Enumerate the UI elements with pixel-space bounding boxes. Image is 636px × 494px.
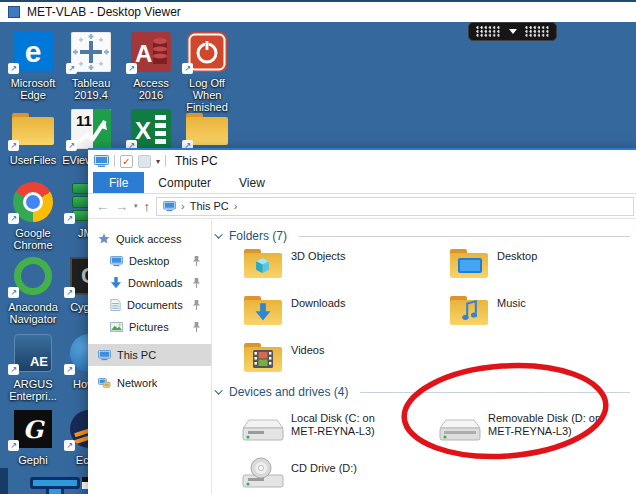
desktop-icon-label: Google Chrome (2, 227, 64, 251)
shortcut-arrow-icon: ↗ (8, 287, 19, 298)
drive-tile-removable-disk[interactable]: Removable Disk (D: on MET-REYNA-L3) (438, 412, 601, 444)
folder-tile-downloads[interactable]: Downloads (241, 294, 345, 326)
recent-locations-dropdown-icon[interactable]: ▾ (134, 202, 138, 210)
properties-check-icon[interactable]: ✓ (120, 155, 133, 168)
forward-button[interactable]: → (115, 199, 128, 214)
network-icon (98, 378, 111, 389)
breadcrumb-chevron-icon[interactable]: › (234, 200, 238, 212)
new-folder-icon[interactable] (138, 155, 151, 168)
desktop-icon-label: ARGUS Enterpri... (2, 378, 64, 402)
desktop-icon-google-chrome[interactable]: ↗ Google Chrome (2, 180, 64, 251)
navigation-pane: Quick access Desktop Downl (88, 220, 212, 494)
desktop-icon-label: UserFiles (2, 154, 64, 166)
monitor-icon (98, 350, 111, 361)
hard-drive-icon (241, 417, 285, 444)
drive-tile-local-disk[interactable]: Local Disk (C: on MET-REYNA-L3) (241, 412, 375, 444)
sidebar-item-pictures[interactable]: Pictures (88, 316, 211, 338)
argus-icon: AE (14, 334, 52, 372)
separator (114, 155, 115, 167)
tab-view[interactable]: View (225, 172, 279, 193)
folder-icon (450, 296, 488, 325)
desktop-icon-tableau[interactable]: ↗ Tableau 2019.4 (60, 30, 122, 101)
desktop-partial-element (0, 468, 8, 494)
shortcut-arrow-icon: ↗ (182, 63, 193, 74)
folder-tile-3d-objects[interactable]: 3D Objects (241, 247, 345, 279)
folder-tile-desktop[interactable]: Desktop (447, 247, 537, 279)
pin-icon (192, 256, 201, 266)
eviews-icon: 11 (71, 109, 111, 149)
folder-icon (244, 296, 282, 325)
desktop-icon-anaconda[interactable]: ↗ Anaconda Navigator (2, 254, 64, 325)
chevron-down-icon (509, 29, 517, 34)
monitor-icon (110, 256, 123, 267)
group-header-folders[interactable]: Folders (7) (217, 229, 630, 243)
folder-tile-music[interactable]: Music (447, 294, 526, 326)
window-title: This PC (175, 154, 218, 168)
desktop-icon-partial-t[interactable] (30, 477, 80, 494)
viewer-app-icon (8, 6, 20, 18)
sidebar-item-documents[interactable]: Documents (88, 294, 211, 316)
group-header-devices[interactable]: Devices and drives (4) (217, 385, 630, 399)
pin-icon (192, 278, 201, 288)
star-icon (98, 233, 110, 245)
shortcut-arrow-icon: ↗ (64, 213, 75, 224)
folder-tile-videos[interactable]: Videos (241, 341, 324, 373)
tableau-icon (71, 32, 111, 72)
anaconda-icon (14, 257, 52, 295)
shortcut-arrow-icon: ↗ (8, 440, 19, 451)
desktop-icon-label: Anaconda Navigator (2, 301, 64, 325)
music-note-icon (462, 300, 477, 322)
breadcrumb-chevron-icon: › (181, 200, 185, 212)
address-bar[interactable]: › This PC › (156, 197, 634, 216)
desktop-icon-label: Tableau 2019.4 (60, 77, 122, 101)
cd-drive-icon (241, 457, 285, 491)
viewer-toolbar-pill[interactable] (468, 22, 557, 41)
shortcut-arrow-icon: ↗ (8, 364, 19, 375)
desktop-icon-gephi[interactable]: G ↗ Gephi (2, 407, 64, 466)
desktop-icon-userfiles[interactable]: ↗ UserFiles (2, 107, 64, 166)
svg-text:X: X (135, 117, 151, 144)
tab-file[interactable]: File (93, 172, 144, 193)
folder-icon (244, 343, 282, 372)
viewer-titlebar[interactable]: MET-VLAB - Desktop Viewer (0, 0, 636, 22)
sidebar-item-this-pc[interactable]: This PC (88, 344, 211, 366)
pin-icon (192, 322, 201, 332)
edge-icon: e (13, 32, 53, 72)
back-button[interactable]: ← (96, 199, 109, 214)
shortcut-arrow-icon: ↗ (66, 63, 77, 74)
collapse-chevron-icon (214, 230, 222, 238)
shortcut-arrow-icon: ↗ (64, 287, 75, 298)
desktop-icon-label: Access 2016 (120, 77, 182, 101)
download-arrow-icon (110, 277, 122, 289)
3d-cube-icon (254, 257, 271, 274)
folder-icon (244, 249, 282, 278)
grip-dots-icon (476, 26, 501, 37)
drive-tile-cd[interactable]: CD Drive (D:) (241, 459, 357, 491)
up-button[interactable]: ↑ (144, 199, 151, 214)
ribbon-tabs: File Computer View (88, 172, 636, 194)
svg-text:11: 11 (76, 112, 92, 129)
desktop-icon-microsoft-edge[interactable]: e↗ Microsoft Edge (2, 30, 64, 101)
computer-icon (94, 155, 109, 168)
desktop-icon-label: Microsoft Edge (2, 77, 64, 101)
separator (165, 155, 166, 167)
sidebar-item-network[interactable]: Network (88, 372, 211, 394)
breadcrumb-location[interactable]: This PC (190, 200, 229, 212)
desktop-icon-access-2016[interactable]: A ↗ Access 2016 (120, 30, 182, 101)
grip-dots-icon (525, 26, 550, 37)
folder-icon (450, 249, 488, 278)
collapse-chevron-icon (214, 386, 222, 394)
sidebar-item-downloads[interactable]: Downloads (88, 272, 211, 294)
desktop-icon-argus[interactable]: AE ↗ ARGUS Enterpri... (2, 331, 64, 402)
svg-text:A: A (135, 40, 152, 67)
remote-desktop-screen: MET-VLAB - Desktop Viewer e↗ Microsoft E… (0, 0, 636, 494)
window-titlebar[interactable]: ✓ ▾ This PC (88, 150, 636, 172)
tab-computer[interactable]: Computer (144, 172, 225, 193)
quick-access-dropdown-icon[interactable]: ▾ (156, 157, 160, 166)
sidebar-item-desktop[interactable]: Desktop (88, 250, 211, 272)
shortcut-arrow-icon: ↗ (8, 140, 19, 151)
sidebar-item-quick-access[interactable]: Quick access (88, 228, 211, 250)
desktop-icon-log-off[interactable]: ↗ Log Off When Finished (176, 30, 238, 113)
shortcut-arrow-icon: ↗ (64, 440, 75, 451)
chrome-icon (13, 182, 53, 222)
